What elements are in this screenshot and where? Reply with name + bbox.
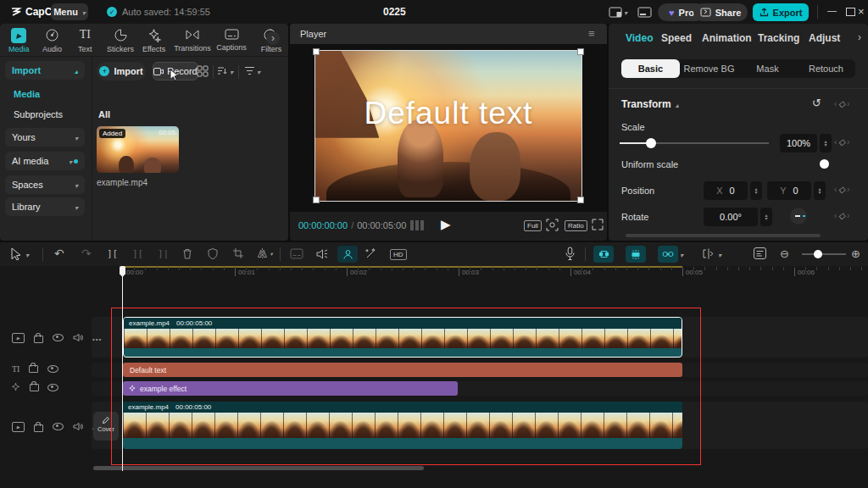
selection-handle[interactable] — [577, 48, 584, 55]
mask-icon[interactable] — [207, 247, 219, 260]
scale-value[interactable]: 100% — [780, 134, 817, 152]
transform-keyframe-control[interactable] — [834, 99, 849, 108]
clip-main-video[interactable]: example.mp4 00:00:05:00 — [123, 402, 682, 449]
crop-icon[interactable] — [232, 247, 244, 259]
tab-text[interactable]: TI Text — [78, 28, 92, 53]
timeline-ruler[interactable]: 00:00 00:01 00:02 00:03 00:04 00:05 00:0… — [0, 266, 868, 281]
transform-reset-icon[interactable]: ↺ — [812, 97, 821, 109]
mute-speaker-icon[interactable] — [73, 333, 83, 342]
position-y-stepper[interactable] — [814, 181, 826, 200]
visibility-eye-icon[interactable] — [53, 334, 64, 341]
play-button[interactable]: ▶ — [441, 217, 451, 232]
auto-attract-toggle[interactable] — [626, 246, 646, 263]
lock-icon[interactable] — [34, 336, 43, 343]
text-overlay[interactable]: Default text — [315, 96, 581, 131]
nav-library[interactable]: Library — [5, 197, 85, 216]
subtab-basic[interactable]: Basic — [621, 59, 680, 78]
share-button[interactable]: Share — [693, 3, 748, 21]
scale-slider-thumb[interactable] — [646, 138, 656, 148]
filter-button[interactable] — [244, 65, 260, 76]
cover-button[interactable]: Cover — [93, 412, 119, 441]
delete-icon[interactable] — [181, 247, 193, 260]
audio-separate-icon[interactable] — [315, 247, 328, 260]
position-y-field[interactable]: Y 0 — [767, 181, 811, 200]
import-media-button[interactable]: + Import — [97, 62, 146, 80]
delete-right-button[interactable]: ]| — [158, 248, 169, 259]
mirror-button[interactable] — [256, 247, 273, 259]
magnetic-snap-toggle[interactable] — [593, 246, 614, 263]
grid-view-icon[interactable] — [197, 65, 209, 77]
nav-subprojects[interactable]: Subprojects — [14, 109, 63, 119]
clip-overlay-video[interactable]: example.mp4 00:00:05:00 — [123, 317, 682, 358]
visibility-eye-icon[interactable] — [53, 423, 64, 430]
inspector-tabs-scroll-icon[interactable] — [858, 31, 861, 43]
timeline-scrollbar[interactable] — [93, 466, 424, 470]
scale-slider[interactable] — [620, 142, 769, 144]
selection-handle[interactable] — [313, 48, 320, 55]
position-x-stepper[interactable] — [750, 181, 762, 200]
select-tool-button[interactable] — [10, 247, 29, 260]
scale-stepper[interactable] — [820, 134, 832, 152]
preview-axis-button[interactable] — [702, 247, 721, 260]
nav-media[interactable]: Media — [14, 89, 40, 99]
nav-import[interactable]: Import — [5, 61, 85, 80]
inspector-scrollbar[interactable] — [626, 234, 821, 237]
nav-spaces[interactable]: Spaces — [5, 175, 85, 194]
subtab-remove-bg[interactable]: Remove BG — [680, 59, 738, 78]
ribbon-scroll-right-button[interactable] — [266, 31, 280, 45]
rotate-keyframe-control[interactable] — [834, 211, 849, 220]
undo-button[interactable]: ↶ — [54, 247, 64, 260]
video-frame[interactable]: Default text — [315, 51, 581, 201]
panel-toggle-icon[interactable] — [637, 7, 652, 18]
selection-handle[interactable] — [313, 197, 320, 203]
subtab-mask[interactable]: Mask — [738, 59, 797, 78]
frame-view-icon[interactable] — [410, 220, 424, 230]
zoom-in-button[interactable]: ⊕ — [851, 247, 860, 260]
redo-button[interactable]: ↷ — [81, 247, 92, 260]
magic-wand-icon[interactable] — [364, 247, 377, 260]
more-options-icon[interactable] — [92, 333, 102, 343]
tab-tracking[interactable]: Tracking — [758, 32, 799, 44]
tab-effects[interactable]: Effects — [142, 28, 165, 53]
tab-audio[interactable]: Audio — [42, 28, 62, 53]
timeline-zoom-slider[interactable] — [802, 253, 846, 255]
media-card-thumbnail[interactable]: Added 00:05 — [97, 126, 179, 173]
fullscreen-icon[interactable] — [592, 219, 604, 230]
scale-keyframe-control[interactable] — [834, 137, 849, 147]
nav-ai-media[interactable]: AI media — [5, 152, 85, 170]
sort-button[interactable] — [217, 65, 233, 76]
tab-media[interactable]: ▶ Media — [8, 28, 30, 53]
tab-animation[interactable]: Animation — [702, 32, 752, 44]
microphone-icon[interactable] — [565, 247, 576, 261]
lock-icon[interactable] — [29, 365, 38, 373]
layout-select-button[interactable] — [609, 7, 627, 18]
tab-adjust[interactable]: Adjust — [809, 32, 840, 44]
split-button[interactable]: ][ — [107, 248, 118, 259]
visibility-eye-icon[interactable] — [47, 365, 58, 373]
focus-icon[interactable] — [546, 219, 559, 231]
lock-icon[interactable] — [30, 384, 39, 391]
timeline-view-icon[interactable] — [753, 247, 767, 260]
selection-handle[interactable] — [577, 197, 584, 203]
minimize-button[interactable]: — — [827, 5, 837, 15]
tab-captions[interactable]: Captions — [215, 28, 248, 52]
close-button[interactable]: × — [858, 5, 865, 18]
transform-header[interactable]: Transform — [621, 98, 679, 110]
link-toggle[interactable] — [658, 246, 683, 263]
tab-stickers[interactable]: Stickers — [107, 28, 134, 53]
menu-button[interactable]: Menu — [51, 3, 88, 20]
auto-captions-icon[interactable] — [290, 248, 303, 259]
rotate-stepper[interactable] — [760, 208, 772, 226]
rotate-dial[interactable] — [790, 208, 807, 225]
subtab-retouch[interactable]: Retouch — [797, 59, 855, 78]
clip-effect[interactable]: example effect — [123, 381, 458, 396]
position-x-field[interactable]: X 0 — [704, 181, 748, 200]
clip-text[interactable]: Default text — [123, 363, 682, 377]
lock-icon[interactable] — [34, 424, 43, 432]
filter-all-label[interactable]: All — [98, 109, 110, 119]
zoom-slider-thumb[interactable] — [814, 250, 822, 258]
tab-video[interactable]: Video — [626, 32, 653, 44]
rotate-field[interactable]: 0.00° — [704, 208, 758, 226]
tab-transitions[interactable]: Transitions — [173, 28, 212, 53]
position-keyframe-control[interactable] — [834, 185, 849, 194]
